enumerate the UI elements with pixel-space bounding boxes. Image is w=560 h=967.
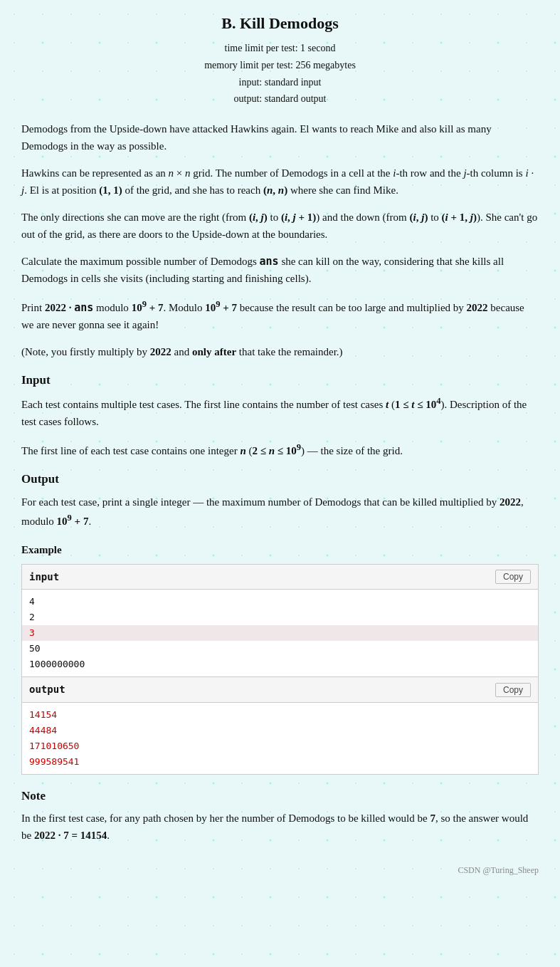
paragraph-1: Demodogs from the Upside-down have attac…: [21, 120, 539, 155]
input-line-4: 50: [29, 643, 41, 654]
example-heading: Example: [21, 541, 539, 558]
memory-limit: memory limit per test: 256 megabytes: [21, 57, 539, 74]
output-type: output: standard output: [21, 90, 539, 108]
example-output-content: 14154 44484 171010650 999589541: [22, 703, 538, 774]
example-input-content: 4 2 3 50 1000000000: [22, 590, 538, 676]
input-line-1: 4: [29, 596, 35, 607]
output-line-1: 14154: [29, 709, 57, 720]
output-heading: Output: [21, 469, 539, 488]
input-line-3: 3: [22, 625, 538, 641]
input-line-5: 1000000000: [29, 659, 85, 669]
problem-body: Demodogs from the Upside-down have attac…: [21, 120, 539, 844]
problem-title: B. Kill Demodogs: [21, 14, 539, 33]
paragraph-3: The only directions she can move are the…: [21, 209, 539, 243]
copy-input-button[interactable]: Copy: [495, 570, 531, 584]
paragraph-2: Hawkins can be represented as an n × n g…: [21, 164, 539, 199]
example-input-header: input Copy: [22, 565, 538, 590]
meta-info: time limit per test: 1 second memory lim…: [21, 40, 539, 108]
note-body: In the first test case, for any path cho…: [21, 810, 539, 844]
example-output-header: output Copy: [22, 677, 538, 702]
example-input-block: input Copy 4 2 3 50 1000000000: [21, 564, 539, 678]
input-description-2: The first line of each test case contain…: [21, 440, 539, 459]
output-line-2: 44484: [29, 725, 57, 736]
example-input-label: input: [29, 569, 59, 585]
example-output-label: output: [29, 681, 65, 697]
note-paragraph: In the first test case, for any path cho…: [21, 810, 539, 844]
output-line-4: 999589541: [29, 756, 79, 767]
output-line-3: 171010650: [29, 741, 79, 751]
input-heading: Input: [21, 370, 539, 390]
time-limit: time limit per test: 1 second: [21, 40, 539, 57]
paragraph-5: Print 2022 · ans modulo 109 + 7. Modulo …: [21, 297, 539, 333]
input-description-1: Each test contains multiple test cases. …: [21, 394, 539, 430]
example-output-block: output Copy 14154 44484 171010650 999589…: [21, 677, 539, 775]
paragraph-4: Calculate the maximum possible number of…: [21, 253, 539, 287]
input-line-2: 2: [29, 612, 35, 622]
input-type: input: standard input: [21, 74, 539, 91]
footer-credit: CSDN @Turing_Sheep: [21, 865, 539, 876]
output-description: For each test case, print a single integ…: [21, 493, 539, 530]
copy-output-button[interactable]: Copy: [495, 683, 531, 697]
paragraph-6: (Note, you firstly multiply by 2022 and …: [21, 343, 539, 360]
note-heading: Note: [21, 786, 539, 805]
